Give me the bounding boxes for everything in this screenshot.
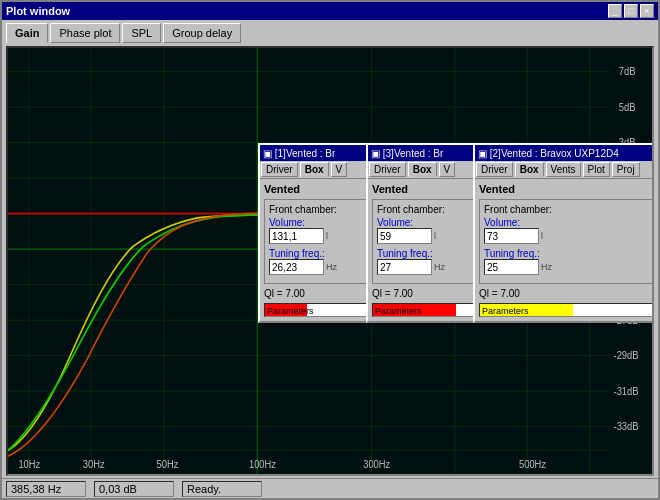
sub-tab-driver-1[interactable]: Driver xyxy=(261,162,298,177)
sub-window-3: ▣ [2]Vented : Bravox UXP12D4 Driver Box … xyxy=(473,143,654,323)
sub-title-2[interactable]: ▣ [3]Vented : Br xyxy=(368,145,482,161)
svg-text:5dB: 5dB xyxy=(619,101,636,113)
volume-input-row-2: l xyxy=(377,228,473,244)
sub-tab-plot-3[interactable]: Plot xyxy=(583,162,610,177)
sub-tab-vents-3[interactable]: Vents xyxy=(546,162,581,177)
svg-text:-31dB: -31dB xyxy=(614,385,639,397)
svg-text:30Hz: 30Hz xyxy=(83,459,105,471)
title-bar: Plot window _ □ × xyxy=(2,2,658,20)
vented-label-2: Vented xyxy=(372,183,478,195)
front-chamber-group-3: Front chamber: Volume: l Tuning freq.: xyxy=(479,199,654,284)
sub-tab-box-3[interactable]: Box xyxy=(515,162,544,177)
sub-title-3[interactable]: ▣ [2]Vented : Bravox UXP12D4 xyxy=(475,145,654,161)
plot-area: 7dB 5dB 3dB 1dB -25dB -27dB -29dB -31dB … xyxy=(6,46,654,476)
tuning-input-row-1: Hz xyxy=(269,259,365,275)
window-controls: _ □ × xyxy=(608,4,654,18)
vented-label-1: Vented xyxy=(264,183,370,195)
sub-tab-proj-3[interactable]: Proj xyxy=(612,162,640,177)
qi-label-3: Ql = 7.00 xyxy=(479,288,654,299)
sub-title-text-2: ▣ [3]Vented : Br xyxy=(371,148,443,159)
volume-input-row-3: l xyxy=(484,228,654,244)
params-bar-1: Parameters xyxy=(264,303,370,317)
volume-row-3: Volume: l xyxy=(484,217,654,244)
sub-window-2: ▣ [3]Vented : Br Driver Box V Vented Fro… xyxy=(366,143,484,323)
volume-row-1: Volume: l xyxy=(269,217,365,244)
params-label-3: Parameters xyxy=(482,304,529,317)
volume-row-2: Volume: l xyxy=(377,217,473,244)
volume-unit-3: l xyxy=(541,231,543,241)
maximize-button[interactable]: □ xyxy=(624,4,638,18)
front-chamber-label-1: Front chamber: xyxy=(269,204,365,215)
tuning-row-3: Tuning freq.: Hz xyxy=(484,248,654,275)
volume-input-3[interactable] xyxy=(484,228,539,244)
qi-label-2: Ql = 7.00 xyxy=(372,288,478,299)
window-title: Plot window xyxy=(6,5,70,17)
tuning-label-1: Tuning freq.: xyxy=(269,248,365,259)
tuning-label-2: Tuning freq.: xyxy=(377,248,473,259)
main-window: Plot window _ □ × Gain Phase plot SPL Gr… xyxy=(0,0,660,500)
params-label-1: Parameters xyxy=(267,304,314,317)
volume-unit-1: l xyxy=(326,231,328,241)
sub-tab-driver-2[interactable]: Driver xyxy=(369,162,406,177)
main-tabs: Gain Phase plot SPL Group delay xyxy=(2,20,658,44)
sub-tab-box-2[interactable]: Box xyxy=(408,162,437,177)
sub-tabs-1: Driver Box V xyxy=(260,161,374,179)
params-label-2: Parameters xyxy=(375,304,422,317)
svg-text:-33dB: -33dB xyxy=(614,421,639,433)
volume-input-1[interactable] xyxy=(269,228,324,244)
sub-title-text-1: ▣ [1]Vented : Br xyxy=(263,148,335,159)
tuning-input-1[interactable] xyxy=(269,259,324,275)
tab-gain[interactable]: Gain xyxy=(6,23,48,43)
tuning-input-row-2: Hz xyxy=(377,259,473,275)
tab-phase-plot[interactable]: Phase plot xyxy=(50,23,120,43)
tuning-unit-2: Hz xyxy=(434,262,445,272)
sub-tab-v-2[interactable]: V xyxy=(439,162,456,177)
tuning-row-1: Tuning freq.: Hz xyxy=(269,248,365,275)
sub-window-1: ▣ [1]Vented : Br Driver Box V Vented Fro… xyxy=(258,143,376,323)
sub-content-3: Vented Front chamber: Volume: l Tuning f… xyxy=(475,179,654,321)
minimize-button[interactable]: _ xyxy=(608,4,622,18)
vented-label-3: Vented xyxy=(479,183,654,195)
tuning-label-3: Tuning freq.: xyxy=(484,248,654,259)
svg-text:-29dB: -29dB xyxy=(614,350,639,362)
svg-text:100Hz: 100Hz xyxy=(249,459,276,471)
svg-text:300Hz: 300Hz xyxy=(363,459,390,471)
sub-tabs-2: Driver Box V xyxy=(368,161,482,179)
params-bar-2: Parameters xyxy=(372,303,478,317)
front-chamber-group-1: Front chamber: Volume: l Tuning freq.: xyxy=(264,199,370,284)
volume-input-row-1: l xyxy=(269,228,365,244)
tab-group-delay[interactable]: Group delay xyxy=(163,23,241,43)
sub-tab-driver-3[interactable]: Driver xyxy=(476,162,513,177)
tuning-unit-1: Hz xyxy=(326,262,337,272)
volume-label-3: Volume: xyxy=(484,217,654,228)
status-db: 0,03 dB xyxy=(94,481,174,497)
sub-tab-box-1[interactable]: Box xyxy=(300,162,329,177)
front-chamber-label-3: Front chamber: xyxy=(484,204,654,215)
tuning-input-row-3: Hz xyxy=(484,259,654,275)
front-chamber-group-2: Front chamber: Volume: l Tuning freq.: xyxy=(372,199,478,284)
sub-tabs-3: Driver Box Vents Plot Proj xyxy=(475,161,654,179)
volume-label-2: Volume: xyxy=(377,217,473,228)
sub-title-1[interactable]: ▣ [1]Vented : Br xyxy=(260,145,374,161)
sub-tab-v-1[interactable]: V xyxy=(331,162,348,177)
sub-content-1: Vented Front chamber: Volume: l Tuning f… xyxy=(260,179,374,321)
svg-text:10Hz: 10Hz xyxy=(18,459,40,471)
volume-unit-2: l xyxy=(434,231,436,241)
sub-title-text-3: ▣ [2]Vented : Bravox UXP12D4 xyxy=(478,148,619,159)
tuning-row-2: Tuning freq.: Hz xyxy=(377,248,473,275)
status-ready: Ready. xyxy=(182,481,262,497)
qi-label-1: Ql = 7.00 xyxy=(264,288,370,299)
front-chamber-label-2: Front chamber: xyxy=(377,204,473,215)
volume-label-1: Volume: xyxy=(269,217,365,228)
sub-content-2: Vented Front chamber: Volume: l Tuning f… xyxy=(368,179,482,321)
svg-text:7dB: 7dB xyxy=(619,66,636,78)
status-freq: 385,38 Hz xyxy=(6,481,86,497)
volume-input-2[interactable] xyxy=(377,228,432,244)
tab-spl[interactable]: SPL xyxy=(122,23,161,43)
status-bar: 385,38 Hz 0,03 dB Ready. xyxy=(2,478,658,498)
svg-text:50Hz: 50Hz xyxy=(157,459,179,471)
tuning-input-3[interactable] xyxy=(484,259,539,275)
params-bar-3: Parameters xyxy=(479,303,654,317)
close-button[interactable]: × xyxy=(640,4,654,18)
tuning-input-2[interactable] xyxy=(377,259,432,275)
